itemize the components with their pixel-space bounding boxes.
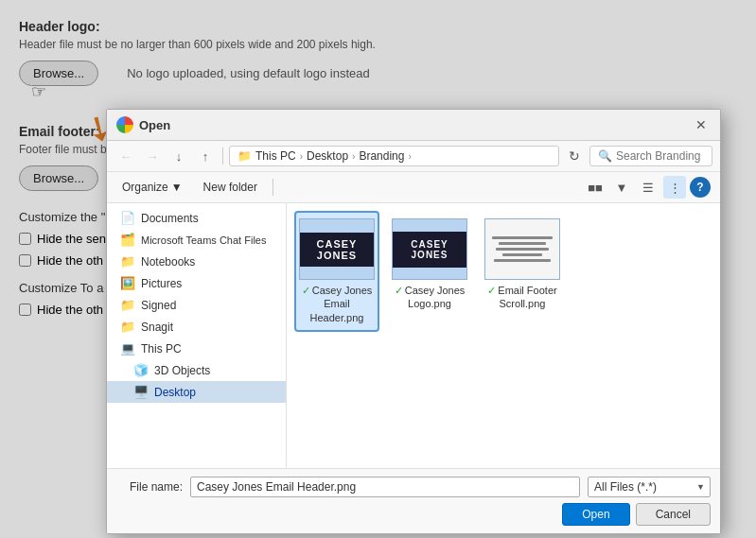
organize-chevron-icon: ▼ <box>171 181 183 194</box>
breadcrumb-chevron-2: › <box>352 151 355 162</box>
help-button[interactable]: ? <box>690 177 711 198</box>
dialog-bottom: File name: All Files (*.*) Image Files P… <box>107 468 720 533</box>
view-medium-icons[interactable]: ■■ <box>584 176 607 199</box>
toolbar-right: ■■ ▼ ☰ ⋮ ? <box>584 176 711 199</box>
this-pc-icon: 💻 <box>120 341 135 356</box>
teams-icon: 🗂️ <box>120 233 135 247</box>
filename-row: File name: All Files (*.*) Image Files P… <box>116 477 711 497</box>
breadcrumb-chevron-1: › <box>300 151 303 162</box>
dialog-navbar: ← → ↓ ↑ 📁 This PC › Desktop › Branding ›… <box>107 141 720 172</box>
desktop-icon: 🖥️ <box>133 385 149 399</box>
file-thumb-email-header: CASEY JONES <box>299 218 375 280</box>
dialog-content: 📄 Documents 🗂️ Microsoft Teams Chat File… <box>107 203 720 468</box>
notebooks-icon: 📁 <box>120 254 135 269</box>
filename-label: File name: <box>116 480 183 494</box>
dialog-toolbar: Organize ▼ New folder ■■ ▼ ☰ ⋮ ? <box>107 172 720 203</box>
tree-item-teams[interactable]: 🗂️ Microsoft Teams Chat Files <box>107 229 286 251</box>
search-bar[interactable]: 🔍 <box>589 146 712 166</box>
filetype-wrapper: All Files (*.*) Image Files PNG Files <box>588 477 711 497</box>
toolbar-separator <box>273 179 273 196</box>
file-item-logo[interactable]: CASEY JONES ✓Casey Jones Logo.png <box>387 211 472 332</box>
file-thumb-logo: CASEY JONES <box>392 218 467 280</box>
filename-input[interactable] <box>190 477 580 497</box>
dialog-titlebar: Open ✕ <box>107 110 720 141</box>
back-button[interactable]: ← <box>114 145 137 167</box>
breadcrumb-folder-icon: 📁 <box>237 149 252 163</box>
view-details[interactable]: ⋮ <box>663 176 686 199</box>
organize-button[interactable]: Organize ▼ <box>116 179 188 196</box>
3d-objects-icon: 🧊 <box>133 363 149 377</box>
filetype-select[interactable]: All Files (*.*) Image Files PNG Files <box>588 477 711 497</box>
breadcrumb-desktop: Desktop <box>307 149 348 163</box>
open-button[interactable]: Open <box>562 503 629 526</box>
tree-item-desktop[interactable]: 🖥️ Desktop <box>107 381 286 403</box>
breadcrumb-branding: Branding <box>359 149 404 163</box>
tree-item-3d-objects[interactable]: 🧊 3D Objects <box>107 359 286 381</box>
breadcrumb[interactable]: 📁 This PC › Desktop › Branding › <box>229 146 559 166</box>
check-icon-3: ✓ <box>487 285 496 296</box>
dialog-close-button[interactable]: ✕ <box>692 115 711 134</box>
up-button[interactable]: ↑ <box>194 145 217 167</box>
file-panel: CASEY JONES ✓Casey Jones Email Header.pn… <box>287 203 720 468</box>
open-dialog: Open ✕ ← → ↓ ↑ 📁 This PC › Desktop › Bra… <box>106 109 721 534</box>
tree-item-signed[interactable]: 📁 Signed <box>107 294 286 316</box>
tree-item-documents[interactable]: 📄 Documents <box>107 207 286 229</box>
breadcrumb-chevron-3: › <box>408 151 411 162</box>
search-icon: 🔍 <box>598 149 612 163</box>
tree-item-notebooks[interactable]: 📁 Notebooks <box>107 251 286 272</box>
tree-item-snagit[interactable]: 📁 Snagit <box>107 316 286 338</box>
signed-icon: 📁 <box>120 298 135 312</box>
action-row: Open Cancel <box>116 503 711 526</box>
documents-icon: 📄 <box>120 211 135 225</box>
tree-item-this-pc[interactable]: 💻 This PC <box>107 338 286 359</box>
search-input[interactable] <box>616 149 704 163</box>
forward-button[interactable]: → <box>141 145 164 167</box>
file-item-email-header[interactable]: CASEY JONES ✓Casey Jones Email Header.pn… <box>294 211 379 332</box>
pictures-icon: 🖼️ <box>120 276 135 290</box>
dialog-title: Open <box>139 118 170 132</box>
view-list[interactable]: ☰ <box>637 176 659 199</box>
chrome-icon <box>116 116 133 133</box>
tree-item-pictures[interactable]: 🖼️ Pictures <box>107 272 286 294</box>
dialog-title-left: Open <box>116 116 170 133</box>
view-dropdown[interactable]: ▼ <box>610 176 633 199</box>
cancel-button[interactable]: Cancel <box>636 503 711 526</box>
new-folder-button[interactable]: New folder <box>198 179 263 196</box>
snagit-icon: 📁 <box>120 320 135 334</box>
breadcrumb-this-pc: This PC <box>255 149 296 163</box>
tree-panel: 📄 Documents 🗂️ Microsoft Teams Chat File… <box>107 203 287 468</box>
check-icon-1: ✓ <box>302 285 310 296</box>
file-item-footer-scroll[interactable]: ✓Email Footer Scroll.png <box>480 211 565 332</box>
dropdown-button[interactable]: ↓ <box>167 145 190 167</box>
refresh-button[interactable]: ↻ <box>563 145 586 167</box>
nav-separator <box>222 148 223 165</box>
check-icon-2: ✓ <box>395 285 403 296</box>
file-thumb-footer-scroll <box>484 218 560 280</box>
